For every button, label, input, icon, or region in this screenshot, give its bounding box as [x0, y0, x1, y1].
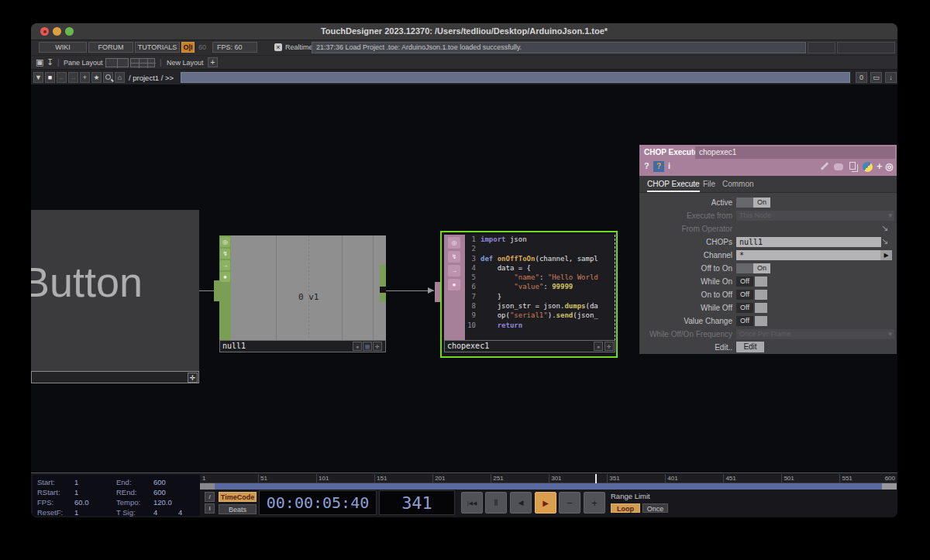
layout-preset-2[interactable] — [130, 58, 155, 67]
toggle-value[interactable]: Off — [736, 303, 753, 313]
param-label[interactable]: On to Off — [701, 290, 732, 299]
forum-button[interactable]: FORUM — [88, 42, 133, 53]
null-node-info-button[interactable]: ▦ — [363, 342, 372, 351]
cook-flag-icon[interactable]: ● — [448, 279, 460, 290]
node-button[interactable]: Button — [31, 210, 199, 371]
realtime-checkbox[interactable]: × — [274, 43, 282, 51]
frame-display[interactable]: 341 — [379, 490, 455, 515]
cook-flag-icon[interactable]: ● — [220, 272, 230, 282]
toggle-value[interactable]: Off — [736, 316, 753, 326]
chopexec-node-name[interactable]: chopexec1 — [444, 340, 615, 352]
copy-parameters-icon[interactable] — [849, 162, 856, 170]
timecode-mode-button[interactable]: TimeCode — [219, 492, 257, 502]
add-parameter-icon[interactable]: + — [877, 160, 883, 172]
param-label[interactable]: Edit.. — [715, 343, 732, 352]
tab-common[interactable]: Common — [722, 180, 754, 188]
breadcrumb[interactable]: / project1 / >> — [129, 74, 174, 82]
param-label[interactable]: From Operator — [681, 225, 732, 233]
bypass-flag-icon[interactable]: ↯ — [220, 249, 230, 259]
param-label[interactable]: Off to On — [701, 264, 732, 273]
step-back-button[interactable]: ◀ — [510, 492, 532, 514]
info-icon[interactable]: i — [668, 161, 670, 170]
toggle-off[interactable] — [755, 277, 767, 287]
param-dropdown[interactable]: Once Per Frame — [736, 329, 894, 339]
viewer-flag-icon[interactable]: ◎ — [220, 237, 230, 247]
python-mode-icon[interactable] — [863, 162, 873, 172]
midi-oi-indicator[interactable]: O|I — [181, 42, 195, 53]
param-label[interactable]: Execute from — [687, 211, 732, 220]
null-node-output-connector[interactable] — [380, 265, 386, 302]
param-label[interactable]: Active — [711, 198, 732, 207]
export-flag-icon[interactable]: → — [220, 260, 230, 270]
play-button[interactable]: ▶ — [535, 492, 556, 514]
fraction-mode-button[interactable]: / — [205, 492, 215, 502]
home-icon[interactable]: ⌂ — [115, 72, 125, 83]
comment-icon[interactable] — [834, 163, 843, 170]
tab-chop-execute[interactable]: CHOP Execute — [647, 180, 700, 192]
operator-picker-icon[interactable]: ↘ — [881, 236, 888, 246]
channel-picker-button[interactable]: ▶ — [880, 250, 892, 260]
param-label[interactable]: CHOPs — [706, 238, 732, 246]
frame-increment-button[interactable]: + — [584, 492, 605, 514]
edit-comment-icon[interactable] — [821, 162, 829, 170]
pane-maximize-icon[interactable]: ▣ — [36, 57, 43, 67]
button-node-scrollbar[interactable] — [31, 371, 199, 383]
pause-button[interactable]: Ⅱ — [485, 492, 507, 514]
once-button[interactable]: Once — [642, 503, 668, 513]
range-handle-right[interactable] — [882, 483, 897, 490]
edit-button[interactable]: Edit — [736, 342, 764, 352]
chopexec-code-viewer[interactable]: 1import json23def onOffToOn(channel, sam… — [466, 235, 615, 345]
layout-preset-1[interactable] — [105, 58, 129, 67]
fps-display[interactable]: FPS: 60 — [212, 42, 257, 53]
toggle-off[interactable] — [755, 290, 767, 300]
range-handle-left[interactable] — [200, 483, 215, 490]
operator-picker-icon[interactable]: ↘ — [881, 223, 888, 233]
title-bar[interactable]: TouchDesigner 2023.12370: /Users/tedliou… — [31, 23, 897, 40]
floating-window-icon[interactable]: ▭ — [870, 72, 882, 83]
param-field[interactable]: null1 — [736, 237, 881, 247]
add-pane-icon[interactable]: + — [80, 72, 90, 83]
node-null1[interactable]: ◎ ↯ → ● 0 v1 — [219, 235, 386, 340]
stop-icon[interactable]: ■ — [45, 72, 55, 83]
chopexec-comment-button[interactable]: ● — [594, 342, 603, 351]
rewind-button[interactable]: |◀◀ — [461, 492, 483, 514]
toggle-off[interactable] — [755, 316, 767, 326]
operator-name-field[interactable]: chopexec1 — [695, 146, 895, 159]
param-label[interactable]: While Off — [701, 304, 732, 312]
timeline-ruler[interactable]: 151101151201251301351401451501551600 — [200, 474, 897, 483]
back-icon[interactable]: ← — [57, 72, 67, 83]
loop-button[interactable]: Loop — [611, 503, 640, 513]
beats-mode-button[interactable]: Beats — [219, 504, 257, 514]
null-node-expand-button[interactable]: ✛ — [373, 342, 382, 351]
integer-mode-button[interactable]: I — [205, 503, 215, 514]
null-node-input-connector[interactable] — [214, 280, 219, 301]
toggle-on[interactable]: On — [753, 263, 770, 273]
python-help-icon[interactable]: ? — [653, 161, 664, 172]
toggle-track[interactable] — [736, 263, 753, 273]
add-layout-button[interactable]: + — [208, 57, 218, 67]
dock-icon[interactable]: ↓ — [885, 72, 897, 83]
path-input[interactable] — [181, 72, 850, 83]
search-icon[interactable] — [103, 72, 113, 83]
bookmark-icon[interactable]: ★ — [91, 72, 102, 83]
toggle-track[interactable] — [736, 198, 753, 208]
chopexec-expand-button[interactable]: ✛ — [604, 342, 614, 351]
toggle-value[interactable]: Off — [736, 277, 753, 287]
network-editor[interactable]: Button ✛ ◎ ↯ → ● 0 v1 null1 ● ▦ ✛ — [31, 84, 897, 472]
help-icon[interactable]: ? — [644, 161, 649, 170]
wiki-button[interactable]: WIKI — [39, 42, 87, 53]
viewer-flag-icon[interactable]: ◎ — [448, 237, 460, 249]
pane-type-dropdown[interactable]: ▼ — [33, 72, 43, 83]
param-field[interactable]: * — [736, 250, 881, 260]
param-label[interactable]: While Off/On Frequency — [649, 330, 732, 338]
pane-anchor-icon[interactable]: ↧ — [46, 57, 53, 67]
null-node-comment-button[interactable]: ● — [353, 342, 362, 351]
frame-decrement-button[interactable]: − — [559, 492, 580, 514]
param-label[interactable]: Channel — [704, 251, 732, 259]
export-flag-icon[interactable]: → — [448, 265, 460, 277]
toggle-value[interactable]: Off — [736, 290, 753, 300]
tutorials-button[interactable]: TUTORIALS — [135, 42, 180, 53]
bind-target-icon[interactable]: ◎ — [885, 161, 893, 172]
forward-icon[interactable]: → — [68, 72, 78, 83]
param-dropdown[interactable]: This Node — [736, 211, 894, 221]
